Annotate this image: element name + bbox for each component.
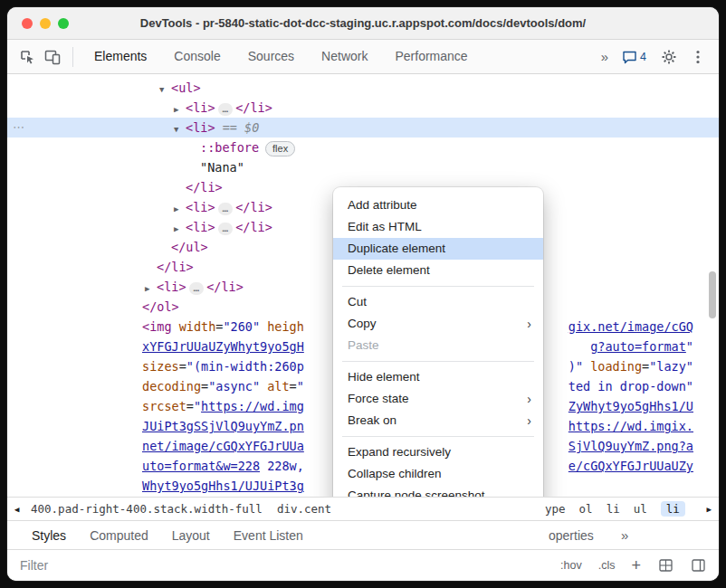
console-messages-button[interactable]: 4 (622, 50, 646, 64)
attribute-link[interactable]: e/cGQxYFGJrUUaUZy (568, 459, 693, 473)
tab-sources[interactable]: Sources (234, 40, 308, 74)
code-fragment: sizes="(min-width:260p (142, 359, 304, 374)
filter-input[interactable] (20, 558, 544, 573)
menu-item-cut[interactable]: Cut (333, 291, 543, 313)
attribute-link[interactable]: JUiPt3gSSjVlQ9uyYmZ.pn (142, 419, 304, 433)
submenu-arrow-icon: › (527, 313, 531, 335)
attribute-link[interactable]: https://wd.imgix. (568, 419, 693, 433)
code-token: <img (142, 319, 172, 334)
collapsed-content-button[interactable]: … (218, 103, 234, 116)
attribute-link[interactable]: uto=format&w=228 (142, 459, 260, 473)
menu-item-copy[interactable]: Copy› (333, 313, 543, 335)
code-token: "lazy" (649, 359, 693, 374)
menu-item-hide-element[interactable]: Hide element (333, 366, 543, 388)
expand-arrow-icon[interactable]: ▶ (145, 279, 157, 299)
attribute-link[interactable]: SjVlQ9uyYmZ.png?a (568, 439, 693, 453)
more-tabs-icon[interactable]: » (601, 49, 608, 64)
menu-item-add-attribute[interactable]: Add attribute (333, 194, 543, 216)
expand-arrow-icon[interactable]: ▼ (174, 119, 186, 139)
settings-gear-icon[interactable] (660, 44, 678, 70)
breadcrumb-item-div-cent[interactable]: div.cent (277, 502, 331, 516)
code-fragment: xYFGJrUUaUZyWhyt9yo5gH (142, 339, 304, 354)
window-title: DevTools - pr-5840-static-dot-dcc-stagin… (7, 7, 719, 40)
expand-arrow-icon[interactable]: ▼ (159, 80, 171, 100)
code-token: decoding (142, 379, 201, 394)
breadcrumb-scroll-right-icon[interactable]: ▶ (707, 505, 712, 514)
code-token: ::before (200, 140, 259, 155)
tab-performance[interactable]: Performance (381, 40, 481, 74)
new-style-rule-button[interactable]: + (631, 558, 641, 573)
code-fragment: srcset="https://wd.img (142, 399, 304, 413)
grid-icon[interactable] (657, 558, 673, 573)
code-fragment: ted in drop-down" (568, 376, 693, 396)
more-options-icon[interactable] (692, 44, 704, 70)
menu-item-collapse-children[interactable]: Collapse children (333, 463, 543, 485)
expand-arrow-icon[interactable]: ▶ (174, 219, 186, 239)
code-token: </ul> (171, 240, 208, 254)
tab-elements[interactable]: Elements (81, 40, 160, 74)
dom-tree-row[interactable]: ▶<li>…</li> (7, 98, 719, 118)
tab-computed[interactable]: Computed (78, 528, 160, 543)
breadcrumb-item-ol[interactable]: ol (579, 502, 593, 516)
toggle-hov[interactable]: :hov (560, 559, 582, 572)
expand-arrow-icon[interactable]: ▶ (174, 100, 186, 119)
attribute-link[interactable]: Whyt9yo5gHhs1/UJUiPt3g (142, 479, 304, 493)
menu-separator (342, 436, 534, 437)
tab-layout[interactable]: Layout (160, 528, 222, 543)
menu-item-duplicate-element[interactable]: Duplicate element (333, 238, 543, 260)
submenu-arrow-icon: › (527, 388, 531, 410)
styles-filter-bar: :hov.cls+ (7, 549, 719, 580)
tab-event-listen[interactable]: Event Listen (222, 528, 315, 543)
menu-separator (342, 286, 534, 287)
menu-item-expand-recursively[interactable]: Expand recursively (333, 441, 543, 463)
sidebar-toggle-icon[interactable] (690, 558, 706, 573)
collapsed-content-button[interactable]: … (218, 223, 234, 235)
dom-tree-row[interactable]: ▼<ul> (7, 78, 719, 98)
dom-tree-row[interactable]: "Nana" (7, 157, 719, 177)
breadcrumb-item-ype[interactable]: ype (545, 502, 566, 516)
collapsed-content-button[interactable]: … (218, 203, 234, 215)
expand-arrow-icon[interactable]: ▶ (174, 199, 186, 219)
menu-separator (342, 361, 534, 362)
dom-tree-row[interactable]: ::beforeflex (7, 138, 719, 157)
code-token: "async" (208, 379, 260, 394)
attribute-link[interactable]: xYFGJrUUaUZyWhyt9yo5gH (142, 339, 304, 354)
menu-item-break-on[interactable]: Break on› (333, 410, 543, 432)
menu-item-force-state[interactable]: Force state› (333, 388, 543, 410)
breadcrumb-item-ul[interactable]: ul (634, 502, 647, 516)
tab-console[interactable]: Console (160, 40, 234, 74)
scrollbar-thumb[interactable] (709, 271, 716, 318)
dom-tree-row[interactable]: ⋯▼<li> == $0 (7, 118, 719, 138)
styles-more-tabs-icon[interactable]: » (621, 527, 628, 543)
scrollbar (706, 74, 719, 497)
flex-badge[interactable]: flex (265, 141, 295, 156)
row-actions-icon[interactable]: ⋯ (13, 118, 25, 138)
breadcrumb-item-li[interactable]: li (661, 501, 685, 517)
attribute-link[interactable]: gix.net/image/cGQ (568, 319, 693, 334)
code-token: alt (260, 379, 290, 394)
attribute-link[interactable]: g?auto=format (590, 339, 686, 354)
menu-item-edit-as-html[interactable]: Edit as HTML (333, 216, 543, 238)
code-token: "(min-width:260p (186, 359, 304, 374)
menu-item-delete-element[interactable]: Delete element (333, 260, 543, 281)
tab-network[interactable]: Network (308, 40, 381, 74)
breadcrumb-item-400-pad-right-400-stack-width-full[interactable]: 400.pad-right-400.stack.width-full (31, 502, 263, 516)
breadcrumb: ◀ 400.pad-right-400.stack.width-fulldiv.… (7, 497, 719, 520)
code-token: heigh (260, 319, 304, 334)
attribute-link[interactable]: ZyWhyt9yo5gHhs1/U (568, 399, 693, 413)
code-token: <li> (186, 220, 215, 234)
menu-item-capture-node-screenshot[interactable]: Capture node screenshot (333, 485, 543, 497)
code-token: = (201, 379, 208, 394)
attribute-link[interactable]: https://wd.img (201, 399, 304, 413)
toggle-cls[interactable]: .cls (598, 559, 616, 572)
breadcrumb-scroll-left-icon[interactable]: ◀ (14, 505, 19, 514)
collapsed-content-button[interactable]: … (189, 282, 205, 295)
tab-fragment-properties[interactable]: operties (549, 528, 594, 543)
device-toolbar-icon[interactable] (40, 44, 65, 70)
tab-styles[interactable]: Styles (20, 528, 78, 543)
attribute-link[interactable]: net/image/cGQxYFGJrUUa (142, 439, 304, 453)
code-token: </ol> (142, 299, 179, 314)
inspect-icon[interactable] (14, 44, 40, 70)
code-fragment: gix.net/image/cGQ (568, 317, 693, 337)
breadcrumb-item-li[interactable]: li (607, 502, 620, 516)
